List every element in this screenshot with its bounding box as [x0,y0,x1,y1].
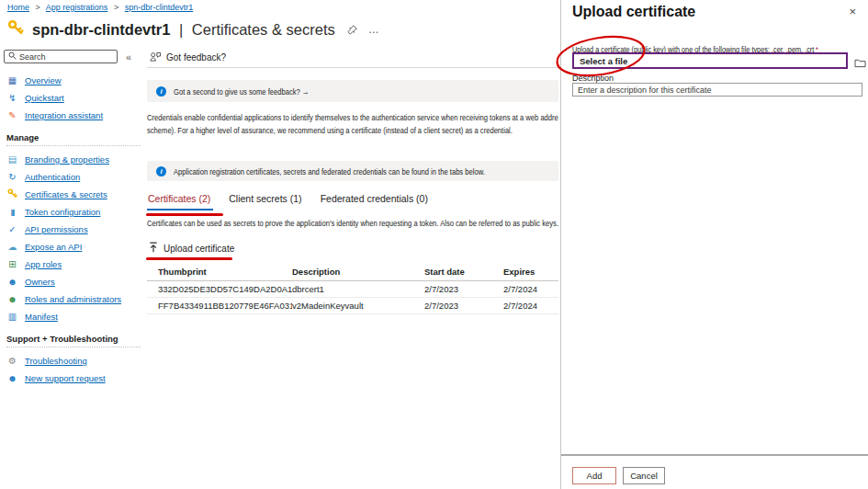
troubleshooting-icon: ⚙ [6,357,18,366]
sidebar-item-label: Troubleshooting [25,356,87,366]
token-configuration-icon: ||| [6,208,18,217]
sidebar-nav: ▦ Overview ↯ Quickstart ✎ Integration as… [4,72,143,387]
sidebar-item-label: App roles [25,259,62,269]
expose-api-icon: ☁ [6,243,18,252]
sidebar-group-manage: Manage [6,132,143,142]
sidebar: « ▦ Overview ↯ Quickstart ✎ Integration … [4,50,143,387]
got-feedback-button[interactable]: Got feedback? [147,48,558,68]
breadcrumb-home[interactable]: Home [7,3,29,12]
main-content: Got feedback? i Got a second to give us … [147,48,558,314]
cancel-button[interactable]: Cancel [623,467,665,484]
panel-title: Upload certificate [572,4,695,20]
divider [6,145,141,146]
sidebar-item-api-permissions[interactable]: ✓ API permissions [4,221,143,238]
table-row[interactable]: 332D025DE3DD57C149DA2D0A1F7D... dbrcert1… [147,281,558,298]
sidebar-search[interactable] [4,50,118,63]
credentials-intro-text: Credentials enable confidential applicat… [147,111,558,137]
sidebar-item-authentication[interactable]: ↻ Authentication [4,168,143,186]
sidebar-item-label: Roles and administrators [25,294,121,304]
breadcrumb-current-app[interactable]: spn-dbr-clintdevtr1 [125,3,194,12]
sidebar-item-label: Integration assistant [25,110,103,120]
sidebar-item-overview[interactable]: ▦ Overview [4,72,143,89]
feedback-banner[interactable]: i Got a second to give us some feedback?… [147,80,558,102]
collapse-sidebar-button[interactable]: « [126,51,131,63]
sidebar-item-manifest[interactable]: ▥ Manifest [4,308,143,325]
owners-icon: ☻ [6,278,18,287]
app-roles-icon: ⊞ [6,260,18,269]
table-header-row: Thumbprint Description Start date Expire… [147,263,558,281]
cell-start-date: 2/7/2023 [424,284,503,294]
col-start-date: Start date [424,267,503,277]
tab-certificates[interactable]: Certificates (2) [147,193,211,210]
tabs-info-banner-text: Application registration certificates, s… [174,166,485,176]
sidebar-item-app-roles[interactable]: ⊞ App roles [4,256,143,273]
certificate-description-input[interactable] [572,83,862,97]
branding-icon: ▤ [6,155,18,165]
sidebar-item-label: Quickstart [25,93,64,103]
breadcrumb-app-registrations[interactable]: App registrations [46,3,108,12]
upload-icon [149,242,158,255]
select-file-input[interactable]: Select a file [572,52,848,69]
search-input[interactable] [19,52,113,62]
close-icon[interactable]: × [849,5,856,18]
certificates-description: Certificates can be used as secrets to p… [147,218,558,230]
browse-folder-icon[interactable] [854,55,866,72]
sidebar-item-token-configuration[interactable]: ||| Token configuration [4,203,143,221]
table-row[interactable]: FF7B4334911BB120779E46FA0314B2... v2Made… [147,298,558,314]
tabs-info-banner: i Application registration certificates,… [147,161,558,181]
cell-start-date: 2/7/2023 [424,301,503,311]
sidebar-item-label: Owners [25,277,55,287]
app-name: spn-dbr-clintdevtr1 [32,21,170,38]
page-title: spn-dbr-clintdevtr1 | Certificates & sec… [32,21,335,39]
roles-administrators-icon: ☻ [6,295,18,304]
sidebar-item-new-support-request[interactable]: ☻ New support request [4,370,143,387]
sidebar-item-integration-assistant[interactable]: ✎ Integration assistant [4,107,143,124]
authentication-icon: ↻ [6,173,18,182]
quickstart-icon: ↯ [6,94,18,103]
sidebar-item-branding-properties[interactable]: ▤ Branding & properties [4,151,143,168]
sidebar-item-label: New support request [25,373,106,383]
sidebar-group-support-troubleshooting: Support + Troubleshooting [6,334,143,344]
intro-line-1: Credentials enable confidential applicat… [147,111,558,124]
cell-description: dbrcert1 [292,284,424,294]
sidebar-item-label: Authentication [25,172,80,182]
page-header: spn-dbr-clintdevtr1 | Certificates & sec… [7,19,380,40]
more-options-icon[interactable]: … [368,23,380,36]
feedback-banner-text: Got a second to give us some feedback? → [174,86,309,97]
sidebar-item-label: Token configuration [25,207,100,217]
tab-client-secrets[interactable]: Client secrets (1) [228,193,302,210]
pin-icon[interactable] [347,25,357,35]
app-registration-certificates-page: Home > App registrations > spn-dbr-clint… [0,0,868,489]
sidebar-item-certificates-secrets[interactable]: Certificates & secrets [4,186,143,203]
sidebar-item-troubleshooting[interactable]: ⚙ Troubleshooting [4,352,143,370]
manifest-icon: ▥ [6,313,18,322]
sidebar-item-expose-an-api[interactable]: ☁ Expose an API [4,238,143,256]
feedback-icon [150,51,161,63]
tab-federated-credentials[interactable]: Federated credentials (0) [320,193,429,210]
sidebar-item-owners[interactable]: ☻ Owners [4,273,143,290]
sidebar-item-roles-and-administrators[interactable]: ☻ Roles and administrators [4,290,143,308]
got-feedback-label: Got feedback? [166,52,226,63]
sidebar-item-quickstart[interactable]: ↯ Quickstart [4,89,143,107]
sidebar-item-label: Branding & properties [25,154,109,165]
upload-certificate-label: Upload certificate [163,244,234,254]
cell-thumbprint: FF7B4334911BB120779E46FA0314B2... [158,301,292,311]
credentials-tabs: Certificates (2) Client secrets (1) Fede… [147,193,558,210]
cell-expires: 2/7/2024 [503,284,558,294]
title-divider: | [179,21,183,38]
sidebar-item-label: Certificates & secrets [25,189,107,199]
add-button[interactable]: Add [572,467,616,484]
breadcrumb-separator: > [114,3,118,12]
cell-thumbprint: 332D025DE3DD57C149DA2D0A1F7D... [158,284,292,294]
select-file-text: Select a file [580,56,627,66]
description-label: Description [572,74,614,83]
support-request-icon: ☻ [6,374,18,383]
key-icon [6,188,18,200]
cell-description: v2MadeinKeyvault [292,301,424,311]
upload-certificate-panel: Upload certificate × Upload a certificat… [560,0,868,489]
upload-certificate-button[interactable]: Upload certificate [147,240,236,256]
info-icon: i [156,86,166,97]
breadcrumb: Home > App registrations > spn-dbr-clint… [7,3,193,12]
sidebar-item-label: API permissions [25,224,88,234]
integration-assistant-icon: ✎ [6,111,18,120]
